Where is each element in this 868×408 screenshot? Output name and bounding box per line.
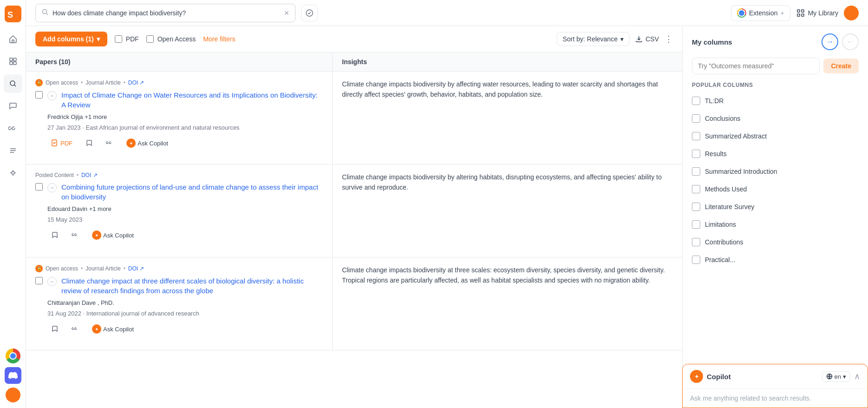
svg-rect-5 xyxy=(13,62,16,65)
sidebar-item-quotes[interactable] xyxy=(4,119,22,138)
table-row: 🔓 Open access • Journal Article • DOI ↗ … xyxy=(26,257,682,350)
list-item[interactable]: Practical... xyxy=(683,251,868,269)
svg-rect-12 xyxy=(797,14,800,16)
ask-copilot-button-3[interactable]: ✦ Ask Copilot xyxy=(88,322,138,336)
list-item[interactable]: Contributions xyxy=(683,233,868,251)
language-label: en xyxy=(835,373,841,380)
copilot-close-button[interactable]: ∧ xyxy=(854,371,860,382)
paper-doi-2[interactable]: DOI ↗ xyxy=(81,172,98,178)
paper-date-2: 15 May 2023 xyxy=(35,216,323,223)
ask-copilot-button-2[interactable]: ✦ Ask Copilot xyxy=(88,229,138,242)
paper-access-1: Open access xyxy=(46,79,78,86)
list-item[interactable]: Literature Survey xyxy=(683,198,868,216)
pdf-button-1[interactable]: PDF xyxy=(47,138,76,149)
table-area: Add columns (1) ▾ PDF Open Access More f… xyxy=(26,26,682,408)
magic-search-button[interactable] xyxy=(301,5,318,21)
chrome-extension-icon[interactable] xyxy=(6,349,20,363)
panel-next-button[interactable]: → xyxy=(822,33,838,50)
sidebar-item-ai[interactable] xyxy=(4,164,22,182)
logo[interactable]: S xyxy=(3,6,23,22)
cite-button-2[interactable] xyxy=(68,230,83,241)
more-options-button[interactable]: ⋮ xyxy=(664,34,673,44)
ask-copilot-button-1[interactable]: ✦ Ask Copilot xyxy=(123,137,172,150)
svg-rect-4 xyxy=(10,62,13,65)
pdf-label: PDF xyxy=(126,35,139,43)
column-label: Limitations xyxy=(705,221,736,228)
cite-button-1[interactable] xyxy=(102,138,117,149)
list-item[interactable]: Results xyxy=(683,145,868,163)
user-avatar-top[interactable] xyxy=(844,6,859,20)
copilot-language-selector[interactable]: en ▾ xyxy=(822,371,850,382)
paper-authors-3: Chittaranjan Dave , PhD. xyxy=(35,299,323,306)
search-bar[interactable]: ✕ xyxy=(35,4,296,22)
column-label: Contributions xyxy=(705,238,743,246)
extension-button[interactable]: Extension + xyxy=(731,5,790,21)
sidebar-item-home[interactable] xyxy=(4,30,22,48)
open-access-icon-3: 🔓 xyxy=(35,265,43,272)
column-search-input[interactable] xyxy=(692,58,820,74)
open-access-icon: 🔓 xyxy=(35,79,43,86)
list-item[interactable]: Limitations xyxy=(683,216,868,233)
collapse-button-1[interactable]: − xyxy=(47,91,57,100)
search-input[interactable] xyxy=(53,9,280,17)
svg-rect-13 xyxy=(802,14,804,16)
list-item[interactable]: TL:DR xyxy=(683,92,868,110)
paper-checkbox-3[interactable] xyxy=(35,277,43,284)
sidebar-item-list[interactable] xyxy=(4,141,22,160)
dropdown-arrow-icon: ▾ xyxy=(97,35,100,43)
open-access-checkbox[interactable] xyxy=(146,35,154,43)
list-item[interactable]: Conclusions xyxy=(683,110,868,127)
sort-button[interactable]: Sort by: Relevance ▾ xyxy=(557,32,630,46)
sidebar-item-dashboard[interactable] xyxy=(4,52,22,71)
copilot-badge-3: ✦ xyxy=(92,324,101,334)
paper-doi-1[interactable]: DOI ↗ xyxy=(128,79,145,86)
column-label: Summarized Abstract xyxy=(705,132,767,140)
paper-date-1: 27 Jan 2023 · East African journal of en… xyxy=(35,124,323,131)
bookmark-button-1[interactable] xyxy=(82,138,97,149)
insight-text-1: Climate change impacts biodiversity by a… xyxy=(342,79,673,100)
paper-doi-3[interactable]: DOI ↗ xyxy=(128,265,145,272)
paper-cell-1: 🔓 Open access • Journal Article • DOI ↗ … xyxy=(26,72,333,164)
discord-icon[interactable] xyxy=(5,367,21,384)
paper-title-1[interactable]: Impact of Climate Change on Water Resour… xyxy=(61,90,323,110)
sort-chevron-icon: ▾ xyxy=(620,35,624,43)
create-column-button[interactable]: Create xyxy=(823,59,859,73)
column-checkbox-icon xyxy=(692,167,700,176)
bookmark-button-3[interactable] xyxy=(47,323,62,335)
column-label: Conclusions xyxy=(705,115,740,122)
paper-title-3[interactable]: Climate change impact at three different… xyxy=(61,276,323,296)
clear-search-button[interactable]: ✕ xyxy=(284,9,289,17)
open-access-filter[interactable]: Open Access xyxy=(146,35,196,43)
popular-columns-header: POPULAR COLUMNS xyxy=(683,78,868,92)
column-checkbox-icon xyxy=(692,132,700,140)
panel-back-button[interactable]: ← xyxy=(842,33,859,50)
cite-button-3[interactable] xyxy=(68,323,83,335)
list-item[interactable]: Summarized Introduction xyxy=(683,163,868,180)
add-columns-button[interactable]: Add columns (1) ▾ xyxy=(35,32,107,46)
collapse-button-3[interactable]: − xyxy=(47,277,57,286)
my-library-button[interactable]: My Library xyxy=(796,8,838,18)
list-item[interactable]: Methods Used xyxy=(683,180,868,198)
paper-checkbox-1[interactable] xyxy=(35,91,43,99)
column-checkbox-icon xyxy=(692,238,700,246)
copilot-header: ✦ Copilot en ▾ ∧ xyxy=(683,364,868,389)
papers-column-header: Papers (10) xyxy=(26,53,333,71)
authors-more-2: +1 more xyxy=(89,205,112,212)
csv-button[interactable]: CSV xyxy=(635,35,659,43)
sidebar-item-search[interactable] xyxy=(4,74,22,93)
user-avatar[interactable] xyxy=(6,388,20,402)
paper-title-2[interactable]: Combining future projections of land-use… xyxy=(61,182,323,202)
list-item[interactable]: Summarized Abstract xyxy=(683,127,868,145)
pdf-filter[interactable]: PDF xyxy=(115,35,139,43)
pdf-checkbox[interactable] xyxy=(115,35,122,43)
panel-nav: → ← xyxy=(822,33,859,50)
bookmark-button-2[interactable] xyxy=(47,230,62,241)
collapse-button-2[interactable]: − xyxy=(47,183,57,192)
paper-cell-3: 🔓 Open access • Journal Article • DOI ↗ … xyxy=(26,257,333,350)
paper-authors-1: Fredrick Ojija +1 more xyxy=(35,113,323,120)
toolbar-right: Sort by: Relevance ▾ CSV ⋮ xyxy=(557,32,673,46)
paper-checkbox-2[interactable] xyxy=(35,183,43,191)
sidebar-item-chat[interactable] xyxy=(4,97,22,115)
more-filters-link[interactable]: More filters xyxy=(203,35,235,43)
column-label: Methods Used xyxy=(705,185,747,193)
